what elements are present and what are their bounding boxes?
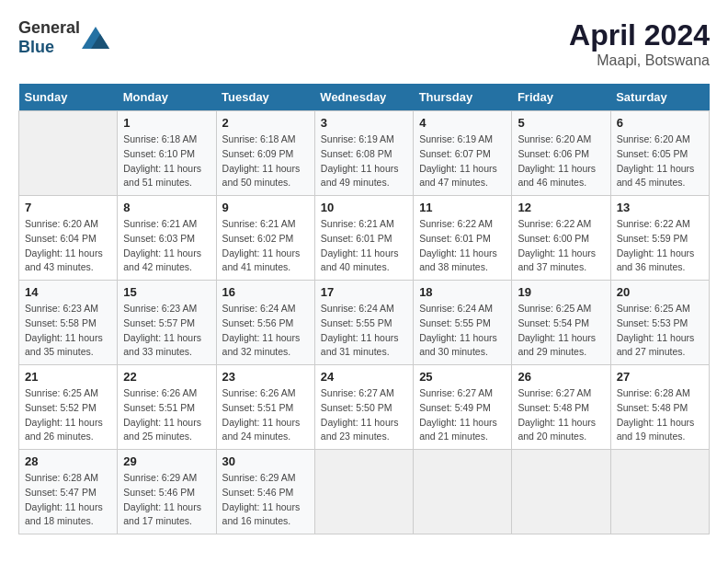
title-section: April 2024 Maapi, Botswana [569, 18, 710, 69]
day-info: Sunrise: 6:19 AMSunset: 6:08 PMDaylight:… [321, 132, 407, 190]
day-info: Sunrise: 6:29 AMSunset: 5:46 PMDaylight:… [123, 471, 210, 529]
header-cell-tuesday: Tuesday [216, 84, 314, 111]
day-number: 26 [518, 370, 604, 384]
day-number: 27 [617, 370, 703, 384]
day-info: Sunrise: 6:22 AMSunset: 5:59 PMDaylight:… [617, 217, 703, 275]
day-info: Sunrise: 6:25 AMSunset: 5:53 PMDaylight:… [617, 302, 703, 360]
day-info: Sunrise: 6:20 AMSunset: 6:06 PMDaylight:… [518, 132, 604, 190]
calendar-table: SundayMondayTuesdayWednesdayThursdayFrid… [18, 84, 710, 534]
day-info: Sunrise: 6:21 AMSunset: 6:03 PMDaylight:… [123, 217, 210, 275]
calendar-cell: 17Sunrise: 6:24 AMSunset: 5:55 PMDayligh… [314, 281, 413, 365]
day-number: 16 [222, 285, 309, 299]
logo-general: General [18, 18, 80, 37]
day-number: 12 [518, 201, 604, 214]
day-info: Sunrise: 6:20 AMSunset: 6:05 PMDaylight:… [617, 132, 703, 190]
header-cell-wednesday: Wednesday [314, 84, 413, 111]
calendar-cell: 19Sunrise: 6:25 AMSunset: 5:54 PMDayligh… [512, 281, 610, 365]
header-cell-saturday: Saturday [610, 84, 709, 111]
day-number: 15 [123, 285, 210, 299]
day-info: Sunrise: 6:27 AMSunset: 5:50 PMDaylight:… [321, 386, 407, 444]
day-info: Sunrise: 6:21 AMSunset: 6:02 PMDaylight:… [222, 217, 309, 275]
calendar-cell [19, 111, 118, 196]
week-row-2: 7Sunrise: 6:20 AMSunset: 6:04 PMDaylight… [19, 196, 710, 281]
main-title: April 2024 [569, 18, 710, 52]
day-number: 28 [25, 454, 111, 468]
day-info: Sunrise: 6:22 AMSunset: 6:00 PMDaylight:… [518, 217, 604, 275]
day-number: 6 [617, 116, 703, 130]
day-number: 11 [419, 201, 506, 214]
day-info: Sunrise: 6:21 AMSunset: 6:01 PMDaylight:… [321, 217, 407, 275]
calendar-cell: 27Sunrise: 6:28 AMSunset: 5:48 PMDayligh… [610, 365, 709, 450]
day-info: Sunrise: 6:26 AMSunset: 5:51 PMDaylight:… [222, 386, 309, 444]
subtitle: Maapi, Botswana [569, 52, 710, 69]
day-number: 29 [123, 454, 210, 468]
calendar-cell: 1Sunrise: 6:18 AMSunset: 6:10 PMDaylight… [118, 111, 216, 196]
day-info: Sunrise: 6:25 AMSunset: 5:54 PMDaylight:… [518, 302, 604, 360]
day-number: 7 [25, 201, 111, 214]
day-number: 3 [321, 116, 407, 130]
logo-text: General Blue [18, 18, 80, 57]
calendar-cell: 3Sunrise: 6:19 AMSunset: 6:08 PMDaylight… [314, 111, 413, 196]
calendar-cell: 6Sunrise: 6:20 AMSunset: 6:05 PMDaylight… [610, 111, 709, 196]
calendar-cell: 9Sunrise: 6:21 AMSunset: 6:02 PMDaylight… [216, 196, 314, 281]
day-info: Sunrise: 6:28 AMSunset: 5:47 PMDaylight:… [25, 471, 111, 529]
week-row-4: 21Sunrise: 6:25 AMSunset: 5:52 PMDayligh… [19, 365, 710, 450]
header-cell-friday: Friday [512, 84, 610, 111]
calendar-cell: 12Sunrise: 6:22 AMSunset: 6:00 PMDayligh… [512, 196, 610, 281]
calendar-cell [610, 450, 709, 534]
calendar-cell: 11Sunrise: 6:22 AMSunset: 6:01 PMDayligh… [414, 196, 512, 281]
week-row-1: 1Sunrise: 6:18 AMSunset: 6:10 PMDaylight… [19, 111, 710, 196]
day-number: 17 [321, 285, 407, 299]
day-number: 21 [25, 370, 111, 384]
calendar-cell: 20Sunrise: 6:25 AMSunset: 5:53 PMDayligh… [610, 281, 709, 365]
day-info: Sunrise: 6:29 AMSunset: 5:46 PMDaylight:… [222, 471, 309, 529]
logo-icon [82, 27, 109, 49]
day-info: Sunrise: 6:23 AMSunset: 5:58 PMDaylight:… [25, 302, 111, 360]
calendar-cell: 8Sunrise: 6:21 AMSunset: 6:03 PMDaylight… [118, 196, 216, 281]
day-number: 5 [518, 116, 604, 130]
calendar-cell: 15Sunrise: 6:23 AMSunset: 5:57 PMDayligh… [118, 281, 216, 365]
day-number: 4 [419, 116, 506, 130]
calendar-cell: 13Sunrise: 6:22 AMSunset: 5:59 PMDayligh… [610, 196, 709, 281]
day-info: Sunrise: 6:20 AMSunset: 6:04 PMDaylight:… [25, 217, 111, 275]
logo: General Blue [18, 18, 109, 57]
calendar-cell: 30Sunrise: 6:29 AMSunset: 5:46 PMDayligh… [216, 450, 314, 534]
day-info: Sunrise: 6:27 AMSunset: 5:48 PMDaylight:… [518, 386, 604, 444]
day-number: 18 [419, 285, 506, 299]
day-number: 10 [321, 201, 407, 214]
day-info: Sunrise: 6:18 AMSunset: 6:10 PMDaylight:… [123, 132, 210, 190]
day-info: Sunrise: 6:24 AMSunset: 5:55 PMDaylight:… [419, 302, 506, 360]
calendar-cell [512, 450, 610, 534]
calendar-cell: 24Sunrise: 6:27 AMSunset: 5:50 PMDayligh… [314, 365, 413, 450]
day-number: 19 [518, 285, 604, 299]
calendar-cell: 25Sunrise: 6:27 AMSunset: 5:49 PMDayligh… [414, 365, 512, 450]
day-number: 1 [123, 116, 210, 130]
day-number: 14 [25, 285, 111, 299]
day-number: 2 [222, 116, 309, 130]
calendar-cell: 22Sunrise: 6:26 AMSunset: 5:51 PMDayligh… [118, 365, 216, 450]
day-number: 30 [222, 454, 309, 468]
day-number: 22 [123, 370, 210, 384]
calendar-cell: 10Sunrise: 6:21 AMSunset: 6:01 PMDayligh… [314, 196, 413, 281]
day-info: Sunrise: 6:24 AMSunset: 5:55 PMDaylight:… [321, 302, 407, 360]
day-info: Sunrise: 6:26 AMSunset: 5:51 PMDaylight:… [123, 386, 210, 444]
day-info: Sunrise: 6:27 AMSunset: 5:49 PMDaylight:… [419, 386, 506, 444]
calendar-cell: 14Sunrise: 6:23 AMSunset: 5:58 PMDayligh… [19, 281, 118, 365]
day-info: Sunrise: 6:22 AMSunset: 6:01 PMDaylight:… [419, 217, 506, 275]
calendar-cell: 26Sunrise: 6:27 AMSunset: 5:48 PMDayligh… [512, 365, 610, 450]
day-info: Sunrise: 6:25 AMSunset: 5:52 PMDaylight:… [25, 386, 111, 444]
calendar-cell: 28Sunrise: 6:28 AMSunset: 5:47 PMDayligh… [19, 450, 118, 534]
day-number: 25 [419, 370, 506, 384]
day-info: Sunrise: 6:19 AMSunset: 6:07 PMDaylight:… [419, 132, 506, 190]
calendar-cell: 21Sunrise: 6:25 AMSunset: 5:52 PMDayligh… [19, 365, 118, 450]
day-info: Sunrise: 6:23 AMSunset: 5:57 PMDaylight:… [123, 302, 210, 360]
calendar-cell [414, 450, 512, 534]
calendar-cell: 18Sunrise: 6:24 AMSunset: 5:55 PMDayligh… [414, 281, 512, 365]
day-number: 24 [321, 370, 407, 384]
calendar-cell [314, 450, 413, 534]
header-row: SundayMondayTuesdayWednesdayThursdayFrid… [19, 84, 710, 111]
calendar-cell: 7Sunrise: 6:20 AMSunset: 6:04 PMDaylight… [19, 196, 118, 281]
day-info: Sunrise: 6:24 AMSunset: 5:56 PMDaylight:… [222, 302, 309, 360]
day-number: 13 [617, 201, 703, 214]
day-number: 9 [222, 201, 309, 214]
